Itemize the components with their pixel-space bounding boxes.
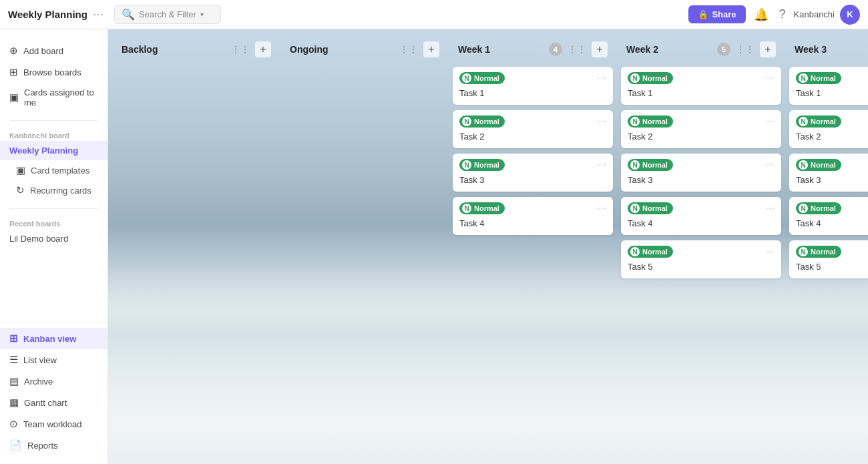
add-board-item[interactable]: ⊕ Add board <box>0 40 107 61</box>
sidebar-item-card-templates[interactable]: ▣ Card templates <box>0 160 107 180</box>
recent-boards-label: Recent boards <box>0 217 107 229</box>
badge-label: Normal <box>642 118 668 126</box>
week2-count: 5 <box>717 43 730 56</box>
badge-label: Normal <box>642 161 668 169</box>
sidebar-item-lil-demo[interactable]: Lil Demo board <box>0 229 107 248</box>
top-nav: Weekly Planning ⋯ 🔍 Search & Filter ▾ 🔒 … <box>0 0 868 29</box>
sidebar-divider-2 <box>9 208 98 209</box>
week2-add-card-button[interactable]: + <box>760 41 776 57</box>
table-row: N Normal ⋯ Task 4 <box>789 197 868 235</box>
sidebar-item-weekly-planning[interactable]: Weekly Planning <box>0 141 107 160</box>
sidebar-item-archive[interactable]: ▤ Archive <box>0 371 107 392</box>
badge-label: Normal <box>642 248 668 256</box>
badge-label: Normal <box>474 118 499 126</box>
card-title: Task 2 <box>459 132 606 142</box>
cards-assigned-label: Cards assigned to me <box>24 87 98 107</box>
column-week3: Week 3 5 ⋮⋮ + N Normal ⋯ <box>789 37 868 284</box>
card-top: N Normal ⋯ <box>628 159 775 171</box>
card-badge: N Normal <box>459 159 505 171</box>
column-ongoing: Ongoing ⋮⋮ + <box>284 37 445 93</box>
sidebar-item-gantt-chart[interactable]: ▦ Gantt chart <box>0 392 107 413</box>
notification-button[interactable]: 🔔 <box>751 5 771 25</box>
board-options-dots[interactable]: ⋯ <box>93 8 103 21</box>
sidebar-recent-section: Recent boards Lil Demo board <box>0 214 107 251</box>
kanban-view-icon: ⊞ <box>9 332 18 344</box>
column-week1: Week 1 4 ⋮⋮ + N Normal ⋯ <box>453 37 613 240</box>
search-icon: 🔍 <box>122 8 135 21</box>
card-badge: N Normal <box>628 115 673 128</box>
card-options-dots[interactable]: ⋯ <box>765 246 775 257</box>
week1-add-card-button[interactable]: + <box>592 41 608 57</box>
sidebar: ⊕ Add board ⊞ Browse boards ▣ Cards assi… <box>0 29 108 464</box>
help-button[interactable]: ? <box>777 5 789 24</box>
archive-label: Archive <box>24 377 53 387</box>
card-options-dots[interactable]: ⋯ <box>765 116 775 127</box>
sidebar-divider-1 <box>9 120 98 121</box>
card-options-dots[interactable]: ⋯ <box>597 160 606 170</box>
archive-icon: ▤ <box>9 375 19 387</box>
card-top: N Normal ⋯ <box>796 159 868 171</box>
sidebar-item-list-view[interactable]: ☰ List view <box>0 349 107 371</box>
cards-assigned-icon: ▣ <box>9 91 19 103</box>
avatar[interactable]: K <box>840 5 860 25</box>
lil-demo-label: Lil Demo board <box>9 234 68 244</box>
card-top: N Normal ⋯ <box>628 202 775 214</box>
sidebar-item-recurring-cards[interactable]: ↻ Recurring cards <box>0 180 107 200</box>
gantt-chart-label: Gantt chart <box>24 398 67 408</box>
list-view-label: List view <box>23 355 57 365</box>
badge-n-icon: N <box>630 73 640 83</box>
cards-assigned-item[interactable]: ▣ Cards assigned to me <box>0 83 107 112</box>
week3-cards: N Normal ⋯ Task 1 N Normal <box>789 67 868 278</box>
gantt-chart-icon: ▦ <box>9 397 19 409</box>
sidebar-item-kanban-view[interactable]: ⊞ Kanban view <box>0 328 107 349</box>
card-badge: N Normal <box>796 202 841 214</box>
badge-label: Normal <box>811 248 836 256</box>
card-options-dots[interactable]: ⋯ <box>765 203 775 214</box>
badge-n-icon: N <box>799 117 808 126</box>
table-row: N Normal ⋯ Task 2 <box>789 110 868 148</box>
badge-label: Normal <box>811 74 836 82</box>
card-options-dots[interactable]: ⋯ <box>597 73 606 83</box>
ongoing-column-dots[interactable]: ⋮⋮ <box>397 43 421 56</box>
card-options-dots[interactable]: ⋯ <box>597 203 606 214</box>
badge-label: Normal <box>642 74 668 82</box>
badge-label: Normal <box>811 161 836 169</box>
table-row: N Normal ⋯ Task 3 <box>621 154 781 192</box>
card-options-dots[interactable]: ⋯ <box>765 73 775 83</box>
badge-n-icon: N <box>462 117 471 126</box>
ongoing-add-card-button[interactable]: + <box>423 41 439 57</box>
card-badge: N Normal <box>459 202 505 214</box>
card-badge: N Normal <box>459 72 505 84</box>
week1-cards: N Normal ⋯ Task 1 N Normal <box>453 67 613 235</box>
table-row: N Normal ⋯ Task 1 <box>621 67 781 105</box>
card-badge: N Normal <box>628 72 673 84</box>
team-workload-icon: ⊙ <box>9 418 18 430</box>
sidebar-item-reports[interactable]: 📄 Reports <box>0 435 107 456</box>
badge-label: Normal <box>811 204 836 212</box>
search-bar[interactable]: 🔍 Search & Filter ▾ <box>114 5 221 24</box>
card-templates-label: Card templates <box>31 166 89 176</box>
week1-column-dots[interactable]: ⋮⋮ <box>565 43 589 56</box>
share-lock-icon: 🔒 <box>698 9 708 19</box>
card-title: Task 1 <box>796 88 868 98</box>
card-top: N Normal ⋯ <box>459 159 606 171</box>
column-backlog: Backlog ⋮⋮ + <box>116 37 276 93</box>
sidebar-item-team-workload[interactable]: ⊙ Team workload <box>0 413 107 435</box>
week2-column-dots[interactable]: ⋮⋮ <box>733 43 757 56</box>
weekly-planning-label: Weekly Planning <box>9 146 78 156</box>
backlog-cards <box>116 67 276 93</box>
backlog-column-dots[interactable]: ⋮⋮ <box>228 43 252 56</box>
table-row: N Normal ⋯ Task 5 <box>789 240 868 278</box>
card-options-dots[interactable]: ⋯ <box>765 160 775 170</box>
column-header-week1: Week 1 4 ⋮⋮ + <box>453 37 613 61</box>
notification-icon: 🔔 <box>754 8 769 21</box>
browse-boards-icon: ⊞ <box>9 66 18 78</box>
share-button[interactable]: 🔒 Share <box>688 5 745 23</box>
search-placeholder: Search & Filter <box>139 9 196 19</box>
backlog-add-card-button[interactable]: + <box>255 41 271 57</box>
card-badge: N Normal <box>796 115 841 128</box>
card-top: N Normal ⋯ <box>459 202 606 214</box>
browse-boards-item[interactable]: ⊞ Browse boards <box>0 61 107 83</box>
card-options-dots[interactable]: ⋯ <box>597 116 606 127</box>
add-board-label: Add board <box>23 46 63 56</box>
